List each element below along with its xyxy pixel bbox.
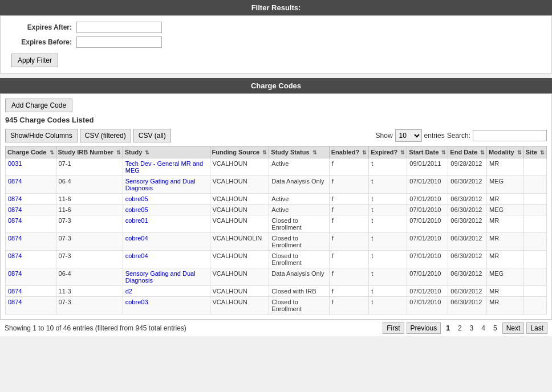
table-cell[interactable]: cobre04 xyxy=(123,251,210,268)
col-start[interactable]: Start Date ⇅ xyxy=(407,146,448,158)
table-header: Charge Code ⇅ Study IRB Number ⇅ Study ⇅… xyxy=(6,146,547,158)
table-cell[interactable]: cobre03 xyxy=(123,297,210,315)
table-cell: 06-4 xyxy=(56,176,123,194)
table-cell: 07/01/2010 xyxy=(407,205,448,215)
table-cell[interactable]: Sensory Gating and Dual Diagnosis xyxy=(123,268,210,286)
table-cell: t xyxy=(369,205,407,215)
table-cell[interactable]: 0874 xyxy=(6,215,56,233)
filter-header: Filter Results: xyxy=(0,0,552,15)
search-input[interactable] xyxy=(473,130,547,141)
show-hide-columns-button[interactable]: Show/Hide Columns xyxy=(5,129,78,142)
table-cell: VCALHOUN xyxy=(210,215,269,233)
col-status[interactable]: Study Status ⇅ xyxy=(269,146,329,158)
show-select[interactable]: 10 25 50 100 xyxy=(395,129,422,142)
page-5[interactable]: 5 xyxy=(490,323,500,333)
expires-before-label: Expires Before: xyxy=(9,38,72,46)
table-cell[interactable]: cobre05 xyxy=(123,205,210,215)
table-cell: Closed with IRB xyxy=(269,286,329,297)
filter-section: Expires After: Expires Before: Apply Fil… xyxy=(0,15,552,74)
table-cell: t xyxy=(369,286,407,297)
table-cell: f xyxy=(329,215,369,233)
col-site[interactable]: Site ⇅ xyxy=(523,146,546,158)
table-cell: VCALHOUN xyxy=(210,158,269,176)
table-cell xyxy=(523,233,546,251)
col-funding[interactable]: Funding Source ⇅ xyxy=(210,146,269,158)
next-button[interactable]: Next xyxy=(502,322,525,334)
table-cell: Closed to Enrollment xyxy=(269,297,329,315)
table-cell: 07/01/2010 xyxy=(407,194,448,205)
previous-button[interactable]: Previous xyxy=(407,322,441,334)
col-expired[interactable]: Expired? ⇅ xyxy=(369,146,407,158)
table-cell: 06-4 xyxy=(56,268,123,286)
table-cell[interactable]: 0874 xyxy=(6,176,56,194)
table-cell: t xyxy=(369,233,407,251)
table-cell[interactable]: 0874 xyxy=(6,268,56,286)
search-label: Search: xyxy=(447,132,470,140)
last-button[interactable]: Last xyxy=(526,322,547,334)
expires-before-input[interactable] xyxy=(76,36,162,48)
col-charge-code[interactable]: Charge Code ⇅ xyxy=(6,146,56,158)
table-cell[interactable]: d2 xyxy=(123,286,210,297)
table-cell: f xyxy=(329,176,369,194)
page-3[interactable]: 3 xyxy=(467,323,477,333)
table-cell: Active xyxy=(269,194,329,205)
csv-filtered-button[interactable]: CSV (filtered) xyxy=(80,129,131,142)
table-cell[interactable]: 0874 xyxy=(6,194,56,205)
table-cell[interactable]: 0874 xyxy=(6,286,56,297)
first-button[interactable]: First xyxy=(383,322,404,334)
table-cell: 06/30/2012 xyxy=(448,286,487,297)
filter-header-text: Filter Results: xyxy=(251,3,301,12)
csv-all-button[interactable]: CSV (all) xyxy=(133,129,171,142)
table-row: 087407-3cobre03VCALHOUNClosed to Enrollm… xyxy=(6,297,547,315)
page-1[interactable]: 1 xyxy=(443,323,453,333)
table-cell[interactable]: cobre04 xyxy=(123,233,210,251)
expires-after-input[interactable] xyxy=(76,22,162,33)
table-cell: 07/01/2010 xyxy=(407,286,448,297)
table-cell: 06/30/2012 xyxy=(448,194,487,205)
page-2[interactable]: 2 xyxy=(455,323,465,333)
table-cell xyxy=(523,251,546,268)
table-cell: 07-1 xyxy=(56,158,123,176)
add-charge-code-button[interactable]: Add Charge Code xyxy=(5,99,72,112)
table-cell: t xyxy=(369,215,407,233)
table-cell xyxy=(523,286,546,297)
table-row: 087411-6cobre05VCALHOUNActiveft07/01/201… xyxy=(6,194,547,205)
table-cell: t xyxy=(369,268,407,286)
table-cell xyxy=(523,268,546,286)
table-cell[interactable]: 0874 xyxy=(6,297,56,315)
col-enabled[interactable]: Enabled? ⇅ xyxy=(329,146,369,158)
table-cell[interactable]: 0874 xyxy=(6,251,56,268)
table-cell: f xyxy=(329,194,369,205)
table-cell[interactable]: Tech Dev - General MR and MEG xyxy=(123,158,210,176)
table-cell: 07-3 xyxy=(56,215,123,233)
table-cell: 07/01/2010 xyxy=(407,176,448,194)
table-cell: VCALHOUNOLIN xyxy=(210,233,269,251)
apply-filter-button[interactable]: Apply Filter xyxy=(11,54,58,67)
page-4[interactable]: 4 xyxy=(478,323,488,333)
table-cell: t xyxy=(369,194,407,205)
table-row: 087407-3cobre04VCALHOUNOLINClosed to Enr… xyxy=(6,233,547,251)
table-cell: MR xyxy=(487,194,524,205)
table-cell[interactable]: 0874 xyxy=(6,233,56,251)
table-cell[interactable]: 0874 xyxy=(6,205,56,215)
table-cell: 06/30/2012 xyxy=(448,176,487,194)
table-row: 087407-3cobre01VCALHOUNClosed to Enrollm… xyxy=(6,215,547,233)
col-end[interactable]: End Date ⇅ xyxy=(448,146,487,158)
table-cell[interactable]: Sensory Gating and Dual Diagnosis xyxy=(123,176,210,194)
table-cell: t xyxy=(369,297,407,315)
col-modality[interactable]: Modality ⇅ xyxy=(487,146,524,158)
table-cell: VCALHOUN xyxy=(210,268,269,286)
charge-codes-header-text: Charge Codes xyxy=(251,81,301,90)
col-study[interactable]: Study ⇅ xyxy=(123,146,210,158)
table-cell[interactable]: cobre05 xyxy=(123,194,210,205)
table-cell: 11-6 xyxy=(56,194,123,205)
col-irb[interactable]: Study IRB Number ⇅ xyxy=(56,146,123,158)
table-cell[interactable]: cobre01 xyxy=(123,215,210,233)
table-cell: t xyxy=(369,158,407,176)
table-row: 087406-4Sensory Gating and Dual Diagnosi… xyxy=(6,176,547,194)
table-cell: 07/01/2010 xyxy=(407,233,448,251)
table-cell: 06/30/2012 xyxy=(448,297,487,315)
table-cell: VCALHOUN xyxy=(210,176,269,194)
table-cell xyxy=(523,215,546,233)
table-cell[interactable]: 0031 xyxy=(6,158,56,176)
